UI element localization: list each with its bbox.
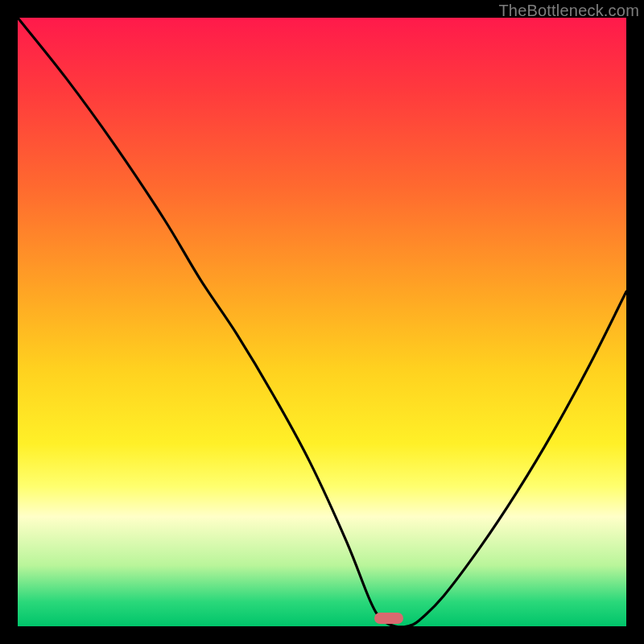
plot-area xyxy=(18,18,626,626)
bottleneck-curve xyxy=(18,18,626,626)
optimal-marker xyxy=(374,613,403,624)
outer-frame: TheBottleneck.com xyxy=(0,0,644,644)
curve-path xyxy=(18,18,626,626)
watermark-text: TheBottleneck.com xyxy=(498,2,639,20)
